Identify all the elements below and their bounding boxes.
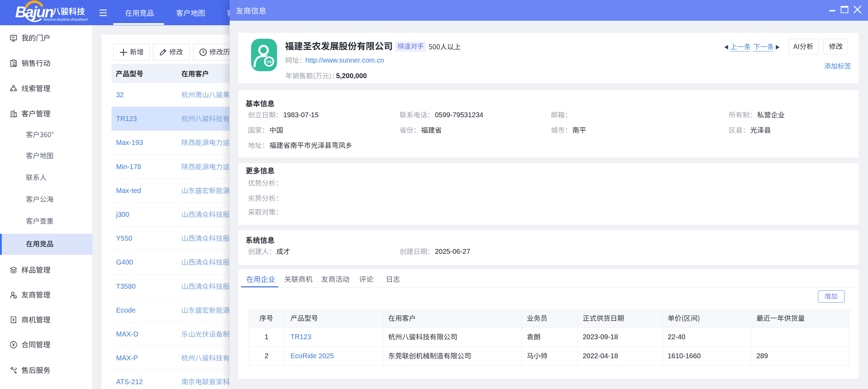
svg-text:vs: vs	[14, 296, 17, 298]
svg-text:VS: VS	[266, 60, 272, 64]
